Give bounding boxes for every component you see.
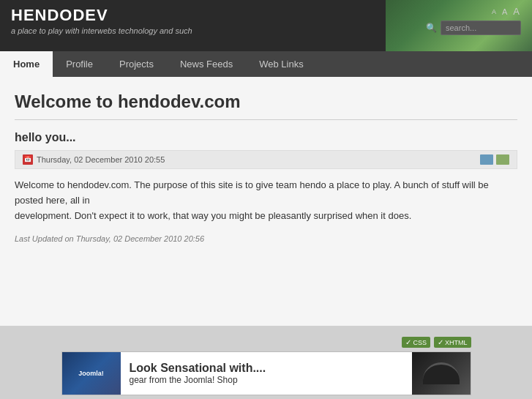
- search-input[interactable]: [441, 20, 521, 35]
- search-bar: 🔍: [426, 20, 521, 35]
- article-title: hello you...: [15, 131, 517, 144]
- nav-item-home[interactable]: Home: [0, 51, 53, 77]
- nav-item-news-feeds[interactable]: News Feeds: [167, 51, 246, 77]
- footer: ✓ CSS ✓ XHTML Joomla! Look Sensational w…: [0, 326, 532, 399]
- article-last-updated: Last Updated on Thursday, 02 December 20…: [15, 234, 517, 243]
- main-nav: Home Profile Projects News Feeds Web Lin…: [0, 51, 532, 77]
- font-increase-button[interactable]: A: [512, 6, 521, 17]
- font-decrease-button[interactable]: A: [490, 8, 498, 15]
- footer-inner: ✓ CSS ✓ XHTML Joomla! Look Sensational w…: [61, 337, 471, 399]
- font-normal-button[interactable]: A: [501, 7, 509, 16]
- article-body: Welcome to hendodev.com. The purpose of …: [15, 178, 517, 223]
- ad-text: Look Sensational with.... gear from the …: [121, 356, 412, 391]
- site-header: HENDODEV a place to play with interwebs …: [0, 0, 532, 51]
- article-body-line2: development. Don't expect it to work, th…: [15, 209, 517, 224]
- article-actions: [480, 154, 509, 165]
- article-meta-bar: 📅 Thursday, 02 December 2010 20:55: [15, 150, 517, 169]
- article-date: 📅 Thursday, 02 December 2010 20:55: [23, 154, 165, 165]
- ad-right-image: [412, 351, 471, 395]
- article: hello you... 📅 Thursday, 02 December 201…: [15, 131, 517, 243]
- joomla-logo: Joomla!: [78, 370, 104, 377]
- validation-badges: ✓ CSS ✓ XHTML: [61, 337, 471, 348]
- print-icon[interactable]: [480, 154, 493, 165]
- main-content: Welcome to hendodev.com hello you... 📅 T…: [0, 77, 532, 326]
- cap-image: [423, 362, 460, 384]
- nav-item-profile[interactable]: Profile: [53, 51, 106, 77]
- email-icon[interactable]: [496, 154, 509, 165]
- article-body-line1: Welcome to hendodev.com. The purpose of …: [15, 178, 517, 209]
- ad-subtext: gear from the Joomla! Shop: [130, 375, 403, 385]
- xhtml-badge: ✓ XHTML: [434, 337, 471, 348]
- header-tools: A A A 🔍: [426, 6, 521, 35]
- search-icon: 🔍: [426, 23, 437, 33]
- ad-headline: Look Sensational with....: [130, 362, 403, 375]
- css-badge-label: CSS: [413, 339, 427, 346]
- ad-banner[interactable]: Joomla! Look Sensational with.... gear f…: [61, 351, 471, 395]
- calendar-icon: 📅: [23, 154, 33, 165]
- font-size-controls: A A A: [490, 6, 521, 17]
- nav-item-web-links[interactable]: Web Links: [246, 51, 316, 77]
- article-date-text: Thursday, 02 December 2010 20:55: [37, 155, 165, 164]
- css-badge: ✓ CSS: [402, 337, 430, 348]
- page-title: Welcome to hendodev.com: [15, 92, 517, 120]
- xhtml-badge-label: XHTML: [445, 339, 468, 346]
- nav-item-projects[interactable]: Projects: [106, 51, 167, 77]
- ad-left-image: Joomla!: [62, 351, 121, 395]
